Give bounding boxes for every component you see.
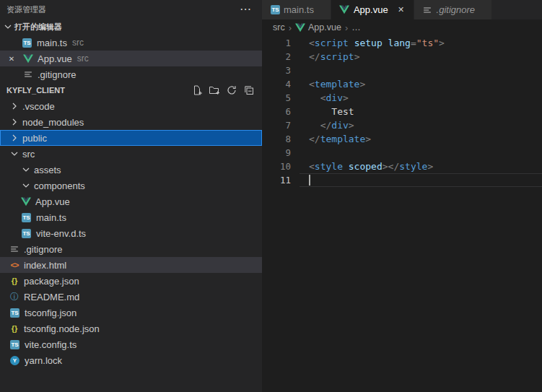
- breadcrumb-label: src: [273, 22, 285, 32]
- tree-file-tsconfig-json[interactable]: TStsconfig.json: [0, 305, 262, 321]
- vue-icon: [338, 4, 350, 16]
- tree-item-label: tsconfig.json: [25, 308, 77, 318]
- tsconfig-icon: TS: [10, 308, 19, 318]
- open-editor-label: main.ts: [37, 38, 67, 48]
- tree-item-label: vite.config.ts: [25, 339, 77, 350]
- code-line-10[interactable]: 10<style scoped></style>: [262, 160, 542, 173]
- file-tree: .vscodenode_modulespublicsrcassetscompon…: [0, 98, 262, 368]
- tree-file-index-html[interactable]: <>index.html: [0, 257, 262, 273]
- chevron-down-icon[interactable]: [9, 148, 20, 160]
- header-actions: [190, 84, 255, 97]
- chevron-right-icon[interactable]: [9, 132, 20, 144]
- breadcrumb-label: …: [351, 22, 361, 32]
- close-icon[interactable]: ✕: [396, 5, 406, 14]
- tab-bar: TSmain.tsApp.vue✕.gitignore: [262, 0, 542, 19]
- refresh-icon[interactable]: [224, 84, 238, 97]
- tree-item-label: main.ts: [36, 212, 66, 223]
- tree-item-label: public: [22, 133, 47, 144]
- tree-item-label: .gitignore: [24, 244, 62, 255]
- tree-folder-components[interactable]: components: [0, 178, 262, 193]
- chevron-down-icon[interactable]: [20, 164, 32, 175]
- code-line-4[interactable]: 4<template>: [262, 77, 542, 91]
- open-editor-item-gitignore[interactable]: .gitignore: [0, 66, 262, 82]
- open-editor-item-main-ts[interactable]: TSmain.tssrc: [0, 35, 262, 51]
- chevron-right-icon[interactable]: [9, 116, 20, 128]
- collapse-all-icon[interactable]: [242, 84, 255, 97]
- tree-file-yarn-lock[interactable]: Yyarn.lock: [0, 352, 262, 368]
- tree-folder-assets[interactable]: assets: [0, 162, 262, 178]
- tab-app-vue[interactable]: App.vue✕: [331, 0, 414, 19]
- code-line-9[interactable]: 9: [262, 146, 542, 160]
- tab-gitignore[interactable]: .gitignore: [414, 0, 492, 19]
- tab-label: App.vue: [354, 4, 388, 15]
- line-number: 6: [262, 105, 300, 118]
- code-line-6[interactable]: 6 Test: [262, 105, 542, 118]
- tree-file-app-vue[interactable]: App.vue: [0, 193, 262, 209]
- tree-folder-node-modules[interactable]: node_modules: [0, 114, 262, 130]
- tree-folder-src[interactable]: src: [0, 146, 262, 162]
- code-line-1[interactable]: 1<script setup lang="ts">: [262, 36, 542, 50]
- new-folder-icon[interactable]: [207, 84, 221, 97]
- line-number: 4: [262, 77, 300, 91]
- tree-item-label: .vscode: [22, 101, 55, 112]
- gitignore-icon: [421, 4, 433, 16]
- tree-item-label: components: [34, 180, 85, 191]
- tree-file-vite-config-ts[interactable]: TSvite.config.ts: [0, 336, 262, 352]
- open-editors-header[interactable]: 打开的编辑器: [0, 19, 262, 35]
- breadcrumb-item-item[interactable]: …: [351, 22, 361, 32]
- close-icon[interactable]: ✕: [6, 55, 17, 63]
- ts-icon: TS: [10, 340, 19, 349]
- tree-file-tsconfig-node-json[interactable]: {}tsconfig.node.json: [0, 321, 262, 336]
- tree-file-gitignore[interactable]: .gitignore: [0, 241, 262, 257]
- ts-icon: TS: [22, 229, 31, 238]
- breadcrumb-label: App.vue: [308, 22, 341, 32]
- new-file-icon[interactable]: [190, 84, 204, 97]
- tree-item-label: tsconfig.node.json: [24, 323, 100, 334]
- project-header[interactable]: KYFLY_CLIENT: [0, 82, 262, 98]
- tree-item-label: assets: [34, 165, 61, 175]
- breadcrumb-item-app-vue[interactable]: App.vue: [295, 22, 341, 32]
- tab-main-ts[interactable]: TSmain.ts: [262, 0, 331, 19]
- code-line-5[interactable]: 5 <div>: [262, 91, 542, 105]
- tree-file-readme-md[interactable]: ⓘREADME.md: [0, 289, 262, 305]
- code-text: </template>: [300, 132, 542, 146]
- open-editor-detail: src: [77, 53, 89, 64]
- code-text: <script setup lang="ts">: [300, 36, 542, 50]
- more-actions-icon[interactable]: ⋯: [240, 6, 252, 13]
- code-text: </div>: [300, 118, 542, 132]
- tree-file-vite-env-d-ts[interactable]: TSvite-env.d.ts: [0, 225, 262, 241]
- tree-file-main-ts[interactable]: TSmain.ts: [0, 209, 262, 225]
- code-line-8[interactable]: 8</template>: [262, 132, 542, 146]
- tree-item-label: App.vue: [35, 196, 70, 207]
- open-editor-detail: src: [72, 38, 84, 48]
- tree-file-package-json[interactable]: {}package.json: [0, 273, 262, 289]
- code-text: </script>: [300, 50, 542, 64]
- code-line-7[interactable]: 7 </div>: [262, 118, 542, 132]
- gitignore-icon: [22, 69, 34, 80]
- sidebar-header: 资源管理器 ⋯: [0, 0, 262, 19]
- code-text: Test: [300, 105, 542, 118]
- code-text: [300, 173, 542, 187]
- tree-item-label: index.html: [24, 260, 66, 271]
- vscode-window: 资源管理器 ⋯ 打开的编辑器 TSmain.tssrc✕App.vuesrc.g…: [0, 0, 542, 392]
- tree-folder-vscode[interactable]: .vscode: [0, 98, 262, 114]
- editor-area: TSmain.tsApp.vue✕.gitignore src›App.vue›…: [262, 0, 542, 392]
- open-editor-item-app-vue[interactable]: ✕App.vuesrc: [0, 51, 262, 66]
- tree-folder-public[interactable]: public: [0, 130, 262, 146]
- breadcrumb-item-src[interactable]: src: [273, 22, 285, 32]
- line-number: 7: [262, 118, 300, 132]
- line-number: 1: [262, 36, 300, 50]
- chevron-down-icon[interactable]: [20, 180, 32, 191]
- line-number: 2: [262, 50, 300, 64]
- code-editor[interactable]: 1<script setup lang="ts">2</script>34<te…: [262, 35, 542, 392]
- line-number: 3: [262, 64, 300, 77]
- code-line-2[interactable]: 2</script>: [262, 50, 542, 64]
- code-line-11[interactable]: 11: [262, 173, 542, 187]
- tree-item-label: node_modules: [22, 117, 84, 128]
- code-text: <style scoped></style>: [300, 160, 542, 173]
- chevron-right-icon[interactable]: [9, 100, 20, 112]
- tree-item-label: package.json: [24, 276, 79, 287]
- code-line-3[interactable]: 3: [262, 64, 542, 77]
- vue-icon: [295, 22, 305, 32]
- text-cursor: [309, 175, 310, 186]
